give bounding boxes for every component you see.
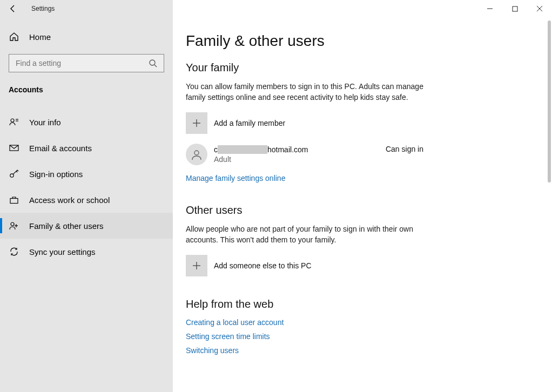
sidebar-item-label: Sign-in options (29, 170, 83, 179)
titlebar: Settings (0, 0, 552, 17)
plus-icon (186, 255, 207, 276)
add-other-user-button[interactable]: Add someone else to this PC (186, 255, 495, 276)
other-users-heading: Other users (186, 204, 495, 217)
plus-icon (186, 112, 207, 134)
sidebar-item-label: Email & accounts (29, 144, 92, 153)
svg-rect-1 (513, 6, 517, 11)
sidebar-item-label: Sync your settings (29, 247, 96, 256)
family-account-row[interactable]: chotmail.com Adult Can sign in (186, 144, 423, 165)
back-button[interactable] (0, 0, 26, 17)
minimize-icon (487, 5, 493, 12)
family-description: You can allow family members to sign in … (186, 82, 434, 103)
add-other-label: Add someone else to this PC (214, 261, 312, 270)
minimize-button[interactable] (477, 0, 502, 17)
sidebar-item-email-accounts[interactable]: Email & accounts (0, 135, 173, 161)
home-label: Home (29, 32, 51, 42)
svg-point-10 (11, 222, 14, 226)
key-icon (9, 169, 19, 179)
svg-point-15 (194, 151, 199, 155)
category-heading: Accounts (0, 79, 173, 99)
sidebar-item-label: Your info (29, 118, 61, 127)
sidebar-item-your-info[interactable]: Your info (0, 109, 173, 135)
account-role: Adult (214, 155, 379, 164)
sidebar-item-sync-settings[interactable]: Sync your settings (0, 239, 173, 265)
close-button[interactable] (527, 0, 552, 17)
add-family-member-button[interactable]: Add a family member (186, 112, 495, 134)
manage-family-link[interactable]: Manage family settings online (186, 174, 495, 183)
sidebar-item-label: Access work or school (29, 195, 110, 205)
user-info-icon (9, 117, 19, 127)
family-heading: Your family (186, 62, 495, 74)
main: Home Accounts Your info Email (0, 17, 552, 392)
people-icon (9, 221, 19, 231)
sidebar-item-family-other-users[interactable]: Family & other users (0, 213, 173, 239)
search-input[interactable] (9, 54, 164, 72)
add-family-label: Add a family member (214, 119, 285, 127)
close-icon (536, 5, 543, 12)
search-icon (147, 59, 158, 67)
content-area: Family & other users Your family You can… (173, 17, 552, 392)
scrollbar-thumb[interactable] (548, 21, 551, 183)
sidebar-item-signin-options[interactable]: Sign-in options (0, 161, 173, 187)
help-link-local-account[interactable]: Creating a local user account (186, 318, 495, 327)
svg-line-3 (154, 65, 157, 67)
svg-point-8 (10, 174, 14, 177)
redacted-text (218, 145, 267, 154)
mail-icon (9, 143, 19, 153)
help-heading: Help from the web (186, 298, 495, 310)
svg-point-2 (150, 60, 155, 65)
account-status: Can sign in (386, 145, 423, 153)
arrow-left-icon (9, 4, 17, 13)
help-link-switching-users[interactable]: Switching users (186, 346, 495, 355)
sync-icon (9, 247, 19, 256)
page-title: Family & other users (186, 32, 495, 50)
avatar-icon (186, 144, 207, 165)
search-field[interactable] (15, 58, 147, 68)
briefcase-icon (9, 195, 19, 205)
help-link-screen-time[interactable]: Setting screen time limits (186, 332, 495, 341)
maximize-icon (512, 6, 518, 12)
scrollbar[interactable] (548, 17, 551, 392)
svg-rect-9 (10, 199, 18, 204)
sidebar: Home Accounts Your info Email (0, 17, 173, 392)
sidebar-item-access-work-school[interactable]: Access work or school (0, 187, 173, 213)
account-email: chotmail.com (214, 145, 379, 154)
home-button[interactable]: Home (0, 24, 173, 50)
window-title: Settings (26, 5, 55, 12)
sidebar-item-label: Family & other users (29, 221, 104, 231)
nav-list: Your info Email & accounts Sign-in optio… (0, 109, 173, 265)
svg-point-4 (11, 119, 14, 122)
home-icon (9, 32, 19, 42)
maximize-button[interactable] (502, 0, 527, 17)
other-users-description: Allow people who are not part of your fa… (186, 224, 434, 245)
